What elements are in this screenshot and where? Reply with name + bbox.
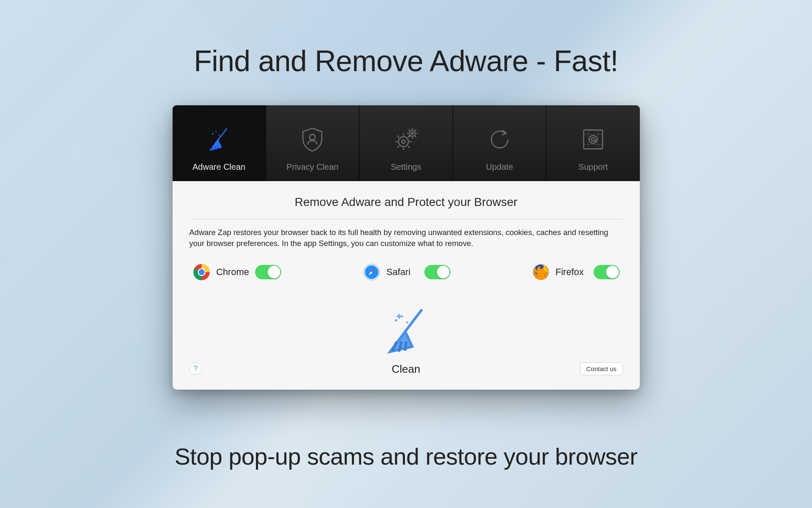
svg-point-4 [212, 133, 213, 134]
contact-us-button[interactable]: Contact us [580, 362, 623, 375]
svg-point-29 [406, 321, 408, 324]
shield-user-icon [298, 124, 326, 155]
tab-privacy-clean[interactable]: Privacy Clean [266, 105, 359, 181]
svg-point-14 [591, 138, 595, 141]
gears-icon [392, 124, 420, 155]
svg-point-6 [218, 134, 220, 136]
svg-point-10 [409, 130, 415, 136]
svg-point-8 [398, 136, 408, 147]
broom-icon [205, 124, 233, 155]
tab-update[interactable]: Update [453, 105, 546, 181]
svg-point-9 [402, 140, 405, 143]
tab-label: Settings [391, 162, 421, 172]
svg-point-17 [198, 269, 204, 275]
broom-icon [381, 306, 431, 357]
svg-point-27 [395, 319, 397, 321]
browser-toggles: Chrome Safari [189, 261, 623, 285]
browser-row-safari: Safari [363, 263, 450, 281]
tab-label: Privacy Clean [287, 162, 338, 172]
promo-subhead: Stop pop-up scams and restore your brows… [0, 443, 812, 470]
tab-label: Support [578, 162, 608, 172]
refresh-icon [486, 124, 514, 155]
svg-line-0 [218, 129, 226, 140]
firefox-icon [532, 263, 550, 281]
browser-label: Safari [386, 267, 418, 278]
toolbar: Adware Clean Privacy Clean [173, 105, 640, 181]
browser-label: Firefox [556, 267, 588, 278]
tab-adware-clean[interactable]: Adware Clean [173, 105, 266, 181]
svg-point-5 [216, 131, 217, 132]
svg-line-23 [405, 310, 421, 331]
browser-label: Chrome [216, 267, 249, 278]
svg-line-3 [217, 146, 218, 149]
tab-label: Adware Clean [192, 162, 245, 172]
chrome-toggle[interactable] [255, 265, 281, 279]
svg-point-13 [589, 136, 597, 143]
browser-row-chrome: Chrome [193, 263, 281, 281]
safari-toggle[interactable] [424, 265, 450, 279]
svg-rect-12 [583, 130, 602, 149]
stamp-at-icon [579, 124, 607, 155]
browser-row-firefox: Firefox [532, 263, 620, 281]
firefox-toggle[interactable] [594, 265, 620, 279]
svg-line-26 [405, 342, 406, 350]
tab-settings[interactable]: Settings [359, 105, 453, 181]
help-button[interactable]: ? [189, 362, 202, 375]
content-title: Remove Adware and Protect your Browser [189, 194, 623, 219]
tab-label: Update [486, 162, 513, 172]
main-content: Remove Adware and Protect your Browser A… [173, 181, 640, 390]
chrome-icon [193, 263, 210, 281]
promo-headline: Find and Remove Adware - Fast! [0, 44, 812, 78]
svg-point-11 [411, 132, 413, 134]
svg-point-7 [310, 134, 315, 140]
content-description: Adware Zap restores your browser back to… [189, 219, 623, 261]
app-window: Adware Clean Privacy Clean [173, 105, 640, 390]
safari-icon [363, 263, 381, 281]
tab-support[interactable]: Support [546, 105, 639, 181]
